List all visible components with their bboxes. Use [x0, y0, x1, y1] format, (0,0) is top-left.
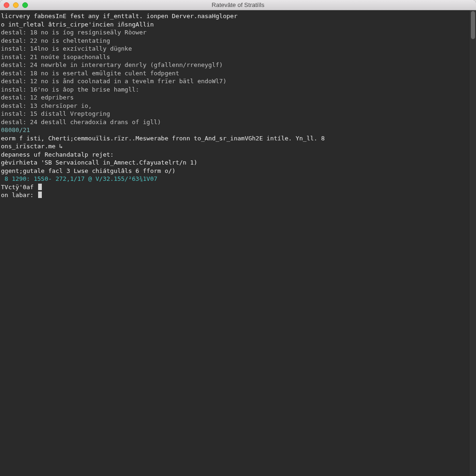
cursor-icon [38, 192, 42, 198]
terminal-line: destal: 12 edpribers [1, 93, 475, 102]
terminal-line: depaness uf Rechandatalp rejet: [1, 151, 475, 159]
terminal-line: ggent;gutale facl 3 Lwse chiátgulâls 6 f… [1, 167, 475, 175]
terminal-window: Ratevâte of Stratiïls licrvery fabnesInE… [0, 0, 476, 476]
terminal-line: 8 1290: 15S0- 272,1/17 @ V/32.155/²63¾1V… [1, 175, 475, 183]
scrollbar[interactable] [469, 10, 476, 476]
terminal-line: on labar: [1, 191, 475, 199]
terminal-line: destal: 12 no is ånd coolnatad in a teve… [1, 77, 475, 86]
window-title: Ratevâte of Stratiïls [0, 1, 476, 8]
titlebar[interactable]: Ratevâte of Stratiïls [0, 0, 476, 10]
terminal-line: licrvery fabnesInE fest any if_enttalt. … [1, 12, 475, 20]
terminal-line: eorm f isti, Cherti;cemmouïlis.rïzr..Mes… [1, 134, 475, 143]
terminal-line: destal: 18 no is íog resígniseäly Ròower [1, 28, 475, 37]
terminal-line: destal: 24 destall cheradoxia drans of i… [1, 118, 475, 126]
terminal-line: instal: 14lno is exzívcitally dügnke [1, 45, 475, 53]
terminal-line: gèvirhieta 'SB Servaioncall in_Amnect.Cf… [1, 159, 475, 167]
terminal-line: o int_rletal âtris_cirpe'incien iñsngAll… [1, 20, 475, 29]
minimize-icon[interactable] [13, 2, 19, 8]
terminal-line: instal: 15 distall Vreptogring [1, 110, 475, 118]
terminal-line: ons_irïsctar.me ↳ [1, 142, 475, 151]
terminal-line: destal: 13 chersïoper io, [1, 102, 475, 110]
terminal-line: destal: 18 no is esertal emūlgite culent… [1, 69, 475, 78]
terminal-line: destal: 22 no is cheltentating [1, 37, 475, 45]
terminal-line: instal: 16'no is âop the brise hamgll: [1, 86, 475, 94]
terminal-line: 08080/21 [1, 126, 475, 134]
terminal-line: instal: 21 noúte îsopachonalls [1, 53, 475, 61]
window-controls [4, 2, 28, 8]
terminal-line: destal: 24 newrble in interertary denrly… [1, 61, 475, 69]
cursor-icon [38, 184, 42, 190]
terminal-line: TVctÿ'0af [1, 183, 475, 192]
close-icon[interactable] [4, 2, 9, 8]
terminal-output[interactable]: licrvery fabnesInE fest any if_enttalt. … [0, 10, 476, 476]
zoom-icon[interactable] [22, 2, 28, 8]
scrollbar-thumb[interactable] [471, 11, 475, 39]
